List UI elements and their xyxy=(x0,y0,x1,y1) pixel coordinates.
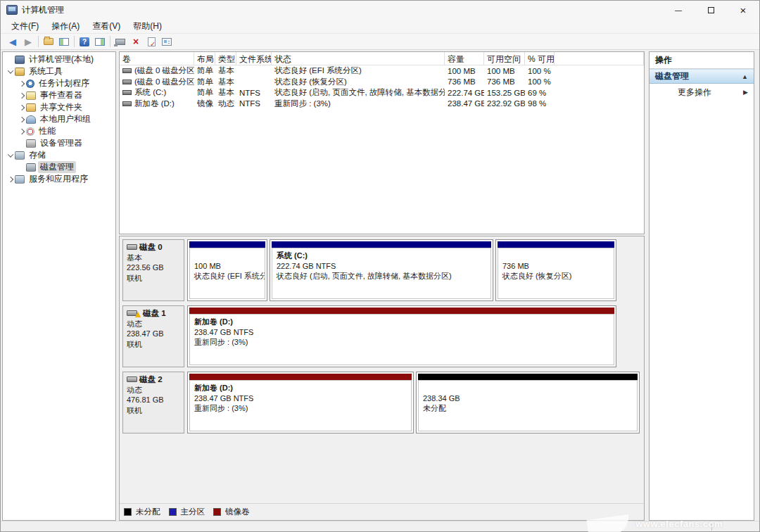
back-button[interactable]: ◀ xyxy=(5,34,20,49)
help-button[interactable]: ? xyxy=(77,34,92,49)
delete-icon: × xyxy=(133,37,139,46)
forward-arrow-icon: ▶ xyxy=(25,37,32,46)
legend-bar: 未分配 主分区 镜像卷 xyxy=(120,503,644,520)
menu-file[interactable]: 文件(F) xyxy=(5,19,45,34)
partition-mirror-d-disk1[interactable]: 新加卷 (D:) 238.47 GB NTFS 重新同步 : (3%) xyxy=(187,305,616,367)
system-tools-icon xyxy=(15,68,25,76)
tree-item-device-manager[interactable]: 设备管理器 xyxy=(3,137,115,149)
partition-mirror-d-disk2[interactable]: 新加卷 (D:) 238.47 GB NTFS 重新同步 : (3%) xyxy=(187,372,414,433)
partition-unallocated[interactable]: 238.34 GB 未分配 xyxy=(416,372,640,433)
expander-right-icon[interactable] xyxy=(17,106,26,110)
title-bar: 计算机管理 — × xyxy=(1,1,759,19)
column-header-free-space[interactable]: 可用空间 xyxy=(484,52,525,65)
column-header-filler xyxy=(555,52,644,65)
toolbar-separator xyxy=(110,36,110,47)
menu-help[interactable]: 帮助(H) xyxy=(127,19,168,34)
column-header-pct-free[interactable]: % 可用 xyxy=(525,52,555,65)
actions-pane: 操作 磁盘管理 ▲ 更多操作 ▶ xyxy=(649,51,754,521)
forward-button[interactable]: ▶ xyxy=(20,34,36,49)
tree-item-computer-management[interactable]: 计算机管理(本地) xyxy=(3,53,115,65)
disk-row-1: 磁盘 1 动态 238.47 GB 联机 新加卷 (D:) 238.47 GB … xyxy=(122,305,641,367)
legend-unallocated-swatch xyxy=(124,508,132,516)
disk-row-0: 磁盘 0 基本 223.56 GB 联机 100 MB xyxy=(122,239,641,301)
validate-button[interactable]: ✓ xyxy=(144,34,159,49)
action-pane-toggle-button[interactable] xyxy=(92,34,108,49)
disk2-label[interactable]: 磁盘 2 动态 476.81 GB 联机 xyxy=(122,372,184,433)
disk-icon xyxy=(127,376,137,382)
expander-right-icon[interactable] xyxy=(17,94,26,98)
watermark: www.elecfans.com xyxy=(588,516,723,531)
export-button[interactable] xyxy=(41,34,56,49)
disk1-label[interactable]: 磁盘 1 动态 238.47 GB 联机 xyxy=(122,305,184,367)
tree-item-shared-folders[interactable]: 共享文件夹 xyxy=(3,101,115,113)
table-row[interactable]: (磁盘 0 磁盘分区 1) 简单 基本 状态良好 (EFI 系统分区) 100 … xyxy=(120,65,644,77)
tree-item-performance[interactable]: 性能 xyxy=(3,125,115,137)
volume-icon xyxy=(122,90,132,95)
column-header-filesystem[interactable]: 文件系统 xyxy=(236,52,272,65)
volume-list-pane: 卷 布局 类型 文件系统 状态 容量 可用空间 % 可用 (磁盘 0 磁盘分区 … xyxy=(119,51,645,234)
table-row[interactable]: 新加卷 (D:) 镜像 动态 NTFS 重新同步 : (3%) 238.47 G… xyxy=(120,99,644,110)
shared-folders-icon xyxy=(26,103,36,112)
partition-system-c[interactable]: 系统 (C:) 222.74 GB NTFS 状态良好 (启动, 页面文件, 故… xyxy=(270,239,493,301)
partition-color-bar xyxy=(272,241,491,248)
maximize-button[interactable] xyxy=(695,1,727,19)
maximize-icon xyxy=(708,7,714,13)
tree-item-system-tools[interactable]: 系统工具 xyxy=(3,65,115,77)
table-row[interactable]: 系统 (C:) 简单 基本 NTFS 状态良好 (启动, 页面文件, 故障转储,… xyxy=(120,87,644,99)
tree-item-disk-management[interactable]: 磁盘管理 xyxy=(3,161,115,173)
partition-recovery[interactable]: 736 MB 状态良好 (恢复分区) xyxy=(495,239,616,301)
more-actions-item[interactable]: 更多操作 ▶ xyxy=(650,84,754,101)
properties-icon xyxy=(162,38,172,46)
popup-window-button[interactable] xyxy=(113,34,128,49)
actions-group-disk-management[interactable]: 磁盘管理 ▲ xyxy=(650,69,754,84)
volume-icon xyxy=(122,68,132,73)
expander-down-icon[interactable] xyxy=(6,70,15,74)
column-header-volume[interactable]: 卷 xyxy=(120,52,194,65)
close-button[interactable]: × xyxy=(727,1,759,19)
menu-action[interactable]: 操作(A) xyxy=(45,19,86,34)
computer-management-window: 计算机管理 — × 文件(F) 操作(A) 查看(V) 帮助(H) ◀ ▶ ? … xyxy=(0,0,760,532)
partition-efi[interactable]: 100 MB 状态良好 (EFI 系统分区 xyxy=(187,239,267,301)
expander-right-icon[interactable] xyxy=(6,177,15,182)
window-title: 计算机管理 xyxy=(22,4,64,16)
delete-button[interactable]: × xyxy=(128,34,144,49)
volume-icon xyxy=(122,80,132,84)
minimize-button[interactable]: — xyxy=(662,1,695,19)
watermark-swoosh xyxy=(587,514,631,532)
table-row[interactable]: (磁盘 0 磁盘分区 4) 简单 基本 状态良好 (恢复分区) 736 MB 7… xyxy=(120,77,644,88)
submenu-arrow-icon: ▶ xyxy=(743,89,748,96)
expander-right-icon[interactable] xyxy=(17,129,26,134)
legend-mirror-label: 镜像卷 xyxy=(225,507,250,517)
main-area: 计算机管理(本地) 系统工具 任务计划程序 事件查看器 共享文件夹 xyxy=(1,50,759,521)
minimize-icon: — xyxy=(675,6,682,14)
collapse-icon[interactable]: ▲ xyxy=(742,73,748,80)
validate-doc-icon: ✓ xyxy=(148,37,156,46)
task-scheduler-icon xyxy=(26,80,34,88)
app-icon xyxy=(6,5,18,15)
disk0-label[interactable]: 磁盘 0 基本 223.56 GB 联机 xyxy=(122,239,184,301)
column-header-capacity[interactable]: 容量 xyxy=(445,52,484,65)
partition-color-bar xyxy=(189,374,412,380)
popup-window-icon xyxy=(115,39,125,45)
expander-right-icon[interactable] xyxy=(17,82,26,86)
console-tree-toggle-button[interactable] xyxy=(56,34,72,49)
tree-item-task-scheduler[interactable]: 任务计划程序 xyxy=(3,77,115,89)
menu-view[interactable]: 查看(V) xyxy=(86,19,127,34)
partition-color-bar xyxy=(498,241,614,248)
column-header-status[interactable]: 状态 xyxy=(272,52,445,65)
volume-icon xyxy=(122,101,132,106)
column-header-layout[interactable]: 布局 xyxy=(194,52,215,65)
graphical-view-pane: 磁盘 0 基本 223.56 GB 联机 100 MB xyxy=(119,236,645,521)
column-header-type[interactable]: 类型 xyxy=(215,52,236,65)
partition-color-bar xyxy=(189,308,614,314)
legend-unallocated-label: 未分配 xyxy=(136,507,160,517)
toolbar: ◀ ▶ ? × ✓ xyxy=(1,34,759,50)
performance-icon xyxy=(26,127,34,136)
expander-down-icon[interactable] xyxy=(6,153,15,158)
tree-item-services-applications[interactable]: 服务和应用程序 xyxy=(3,173,115,185)
tree-item-storage[interactable]: 存储 xyxy=(3,149,115,161)
tree-item-local-users-groups[interactable]: 本地用户和组 xyxy=(3,113,115,125)
tree-item-event-viewer[interactable]: 事件查看器 xyxy=(3,89,115,101)
properties-button[interactable] xyxy=(159,34,175,49)
expander-right-icon[interactable] xyxy=(17,118,26,122)
